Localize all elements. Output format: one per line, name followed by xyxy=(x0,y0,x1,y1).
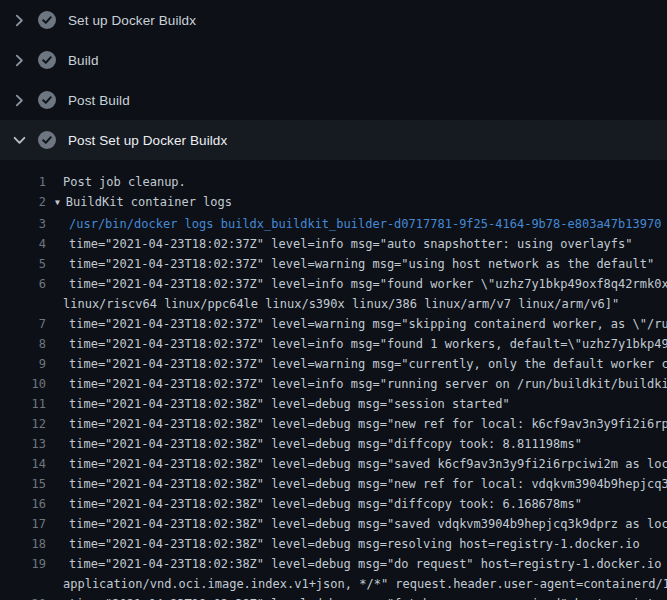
log-line-content: time="2021-04-23T18:02:38Z" level=debug … xyxy=(46,514,667,534)
line-number[interactable]: 16 xyxy=(0,494,46,514)
log-line-content: time="2021-04-23T18:02:38Z" level=debug … xyxy=(46,594,667,600)
step-row-post-set-up-docker-buildx[interactable]: Post Set up Docker Buildx xyxy=(0,120,667,160)
step-label: Post Build xyxy=(68,93,130,108)
log-line-content: time="2021-04-23T18:02:37Z" level=warnin… xyxy=(46,354,667,374)
log-text: time="2021-04-23T18:02:38Z" level=debug … xyxy=(69,457,667,471)
log-line-content: time="2021-04-23T18:02:37Z" level=info m… xyxy=(46,374,667,394)
line-number[interactable]: 14 xyxy=(0,454,46,474)
log-line-content: time="2021-04-23T18:02:38Z" level=debug … xyxy=(46,554,667,574)
log-line: 14 time="2021-04-23T18:02:38Z" level=deb… xyxy=(0,454,667,474)
log-line: 9 time="2021-04-23T18:02:37Z" level=warn… xyxy=(0,354,667,374)
log-line-content: time="2021-04-23T18:02:37Z" level=warnin… xyxy=(46,254,654,274)
log-text: time="2021-04-23T18:02:37Z" level=warnin… xyxy=(69,257,654,271)
line-number[interactable] xyxy=(0,574,46,594)
log-line-content: time="2021-04-23T18:02:37Z" level=warnin… xyxy=(46,314,667,334)
chevron-right-icon xyxy=(13,94,25,106)
log-text: time="2021-04-23T18:02:38Z" level=debug … xyxy=(69,477,667,491)
line-number[interactable]: 7 xyxy=(0,314,46,334)
line-number[interactable]: 2 xyxy=(0,192,46,214)
log-text: Post job cleanup. xyxy=(63,175,186,189)
log-text: time="2021-04-23T18:02:38Z" level=debug … xyxy=(69,537,640,551)
log-line: 15 time="2021-04-23T18:02:38Z" level=deb… xyxy=(0,474,667,494)
collapse-caret-icon[interactable]: ▼ xyxy=(55,193,60,213)
log-line-content: time="2021-04-23T18:02:38Z" level=debug … xyxy=(46,434,582,454)
line-number[interactable]: 17 xyxy=(0,514,46,534)
log-line-content: time="2021-04-23T18:02:37Z" level=info m… xyxy=(46,234,633,254)
log-line-content: time="2021-04-23T18:02:37Z" level=info m… xyxy=(46,274,667,294)
line-number[interactable]: 18 xyxy=(0,534,46,554)
log-line: 1 Post job cleanup. xyxy=(0,172,667,192)
log-line: 3 /usr/bin/docker logs buildx_buildkit_b… xyxy=(0,214,667,234)
line-number[interactable]: 20 xyxy=(0,594,46,600)
chevron-right-icon xyxy=(13,54,25,66)
line-number[interactable]: 6 xyxy=(0,274,46,294)
check-circle-icon xyxy=(37,10,57,30)
command-text: /usr/bin/docker logs buildx_buildkit_bui… xyxy=(69,217,661,231)
log-line-content: linux/riscv64 linux/ppc64le linux/s390x … xyxy=(46,294,619,314)
step-label: Post Set up Docker Buildx xyxy=(68,133,227,148)
log-line: 12 time="2021-04-23T18:02:38Z" level=deb… xyxy=(0,414,667,434)
line-number[interactable]: 12 xyxy=(0,414,46,434)
log-line: 8 time="2021-04-23T18:02:37Z" level=info… xyxy=(0,334,667,354)
log-line: application/vnd.oci.image.index.v1+json,… xyxy=(0,574,667,594)
line-number[interactable]: 15 xyxy=(0,474,46,494)
log-line: 18 time="2021-04-23T18:02:38Z" level=deb… xyxy=(0,534,667,554)
step-label: Set up Docker Buildx xyxy=(68,13,196,28)
log-line: 7 time="2021-04-23T18:02:37Z" level=warn… xyxy=(0,314,667,334)
log-line: 16 time="2021-04-23T18:02:38Z" level=deb… xyxy=(0,494,667,514)
steps-list: Set up Docker Buildx Build Post Buil xyxy=(0,0,667,160)
log-line-content: time="2021-04-23T18:02:38Z" level=debug … xyxy=(46,454,667,474)
log-text: time="2021-04-23T18:02:37Z" level=warnin… xyxy=(69,357,667,371)
log-text: time="2021-04-23T18:02:37Z" level=info m… xyxy=(69,237,633,251)
line-number[interactable]: 4 xyxy=(0,234,46,254)
line-number[interactable]: 11 xyxy=(0,394,46,414)
log-line: 20 time="2021-04-23T18:02:38Z" level=deb… xyxy=(0,594,667,600)
line-number[interactable]: 5 xyxy=(0,254,46,274)
log-line: 13 time="2021-04-23T18:02:38Z" level=deb… xyxy=(0,434,667,454)
log-line-content: time="2021-04-23T18:02:38Z" level=debug … xyxy=(46,414,667,434)
log-line: 11 time="2021-04-23T18:02:38Z" level=deb… xyxy=(0,394,667,414)
log-line: 2 ▼BuildKit container logs xyxy=(0,192,667,214)
log-text: time="2021-04-23T18:02:38Z" level=debug … xyxy=(69,557,667,571)
step-row-post-build[interactable]: Post Build xyxy=(0,80,667,120)
step-label: Build xyxy=(68,53,99,68)
line-number[interactable] xyxy=(0,294,46,314)
log-line: 4 time="2021-04-23T18:02:37Z" level=info… xyxy=(0,234,667,254)
log-text: time="2021-04-23T18:02:37Z" level=info m… xyxy=(69,337,667,351)
log-line: 5 time="2021-04-23T18:02:37Z" level=warn… xyxy=(0,254,667,274)
log-viewer: 1 Post job cleanup. 2 ▼BuildKit containe… xyxy=(0,160,667,600)
check-circle-icon xyxy=(37,50,57,70)
line-number[interactable]: 1 xyxy=(0,172,46,192)
line-number[interactable]: 13 xyxy=(0,434,46,454)
line-number[interactable]: 3 xyxy=(0,214,46,234)
log-text: application/vnd.oci.image.index.v1+json,… xyxy=(63,577,667,591)
log-line-content: ▼BuildKit container logs xyxy=(46,192,232,214)
step-row-set-up-docker-buildx[interactable]: Set up Docker Buildx xyxy=(0,0,667,40)
log-line-content: application/vnd.oci.image.index.v1+json,… xyxy=(46,574,667,594)
log-text: time="2021-04-23T18:02:38Z" level=debug … xyxy=(69,417,667,431)
line-number[interactable]: 9 xyxy=(0,354,46,374)
log-group-label[interactable]: BuildKit container logs xyxy=(66,195,232,209)
log-line-content: time="2021-04-23T18:02:37Z" level=info m… xyxy=(46,334,667,354)
chevron-right-icon xyxy=(13,14,25,26)
log-text: time="2021-04-23T18:02:37Z" level=info m… xyxy=(69,277,667,291)
log-text: time="2021-04-23T18:02:38Z" level=debug … xyxy=(69,437,582,451)
log-text: time="2021-04-23T18:02:37Z" level=info m… xyxy=(69,377,667,391)
check-circle-icon xyxy=(37,130,57,150)
chevron-down-icon xyxy=(13,134,25,146)
log-line-content: time="2021-04-23T18:02:38Z" level=debug … xyxy=(46,394,510,414)
step-row-build[interactable]: Build xyxy=(0,40,667,80)
log-text: time="2021-04-23T18:02:38Z" level=debug … xyxy=(69,397,510,411)
log-line-content: time="2021-04-23T18:02:38Z" level=debug … xyxy=(46,534,640,554)
line-number[interactable]: 8 xyxy=(0,334,46,354)
log-text: linux/riscv64 linux/ppc64le linux/s390x … xyxy=(63,297,619,311)
log-line: 10 time="2021-04-23T18:02:37Z" level=inf… xyxy=(0,374,667,394)
line-number[interactable]: 10 xyxy=(0,374,46,394)
log-line-content: time="2021-04-23T18:02:38Z" level=debug … xyxy=(46,494,582,514)
line-number[interactable]: 19 xyxy=(0,554,46,574)
log-line: 17 time="2021-04-23T18:02:38Z" level=deb… xyxy=(0,514,667,534)
log-line: 19 time="2021-04-23T18:02:38Z" level=deb… xyxy=(0,554,667,574)
log-line-content: /usr/bin/docker logs buildx_buildkit_bui… xyxy=(46,214,661,234)
log-text: time="2021-04-23T18:02:37Z" level=warnin… xyxy=(69,317,667,331)
log-text: time="2021-04-23T18:02:38Z" level=debug … xyxy=(69,517,667,531)
